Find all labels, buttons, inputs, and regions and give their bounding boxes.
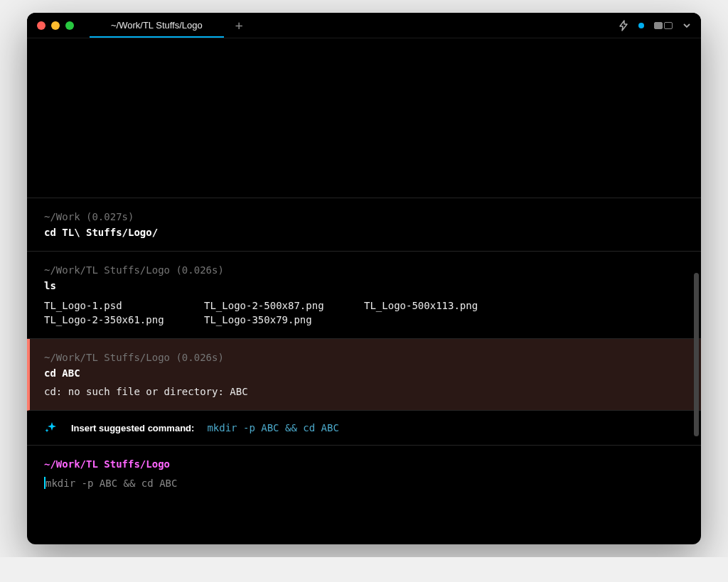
command-text: ls [44,280,684,291]
command-block[interactable]: ~/Work (0.027s) cd TL\ Stuffs/Logo/ [27,198,701,252]
ls-output: TL_Logo-1.psd TL_Logo-2-500x87.png TL_Lo… [44,300,684,325]
terminal-window: ~/Work/TL Stuffs/Logo + [27,13,701,544]
empty-output-area [27,38,701,198]
ai-suggestion[interactable]: Insert suggested command: mkdir -p ABC &… [27,411,701,446]
command-text: cd TL\ Stuffs/Logo/ [44,227,684,238]
tab-bar: ~/Work/TL Stuffs/Logo + [90,13,255,38]
command-block[interactable]: ~/Work/TL Stuffs/Logo (0.026s) ls TL_Log… [27,252,701,339]
file-name: TL_Logo-500x113.png [364,300,524,311]
maximize-button[interactable] [65,21,74,30]
suggestion-command: mkdir -p ABC && cd ABC [207,422,338,433]
command-input[interactable]: mkdir -p ABC && cd ABC [44,477,684,489]
suggestion-label: Insert suggested command: [71,423,194,433]
prompt-path: ~/Work/TL Stuffs/Logo (0.026s) [44,352,684,363]
error-block[interactable]: ~/Work/TL Stuffs/Logo (0.026s) cd ABC cd… [27,339,701,411]
current-directory: ~/Work/TL Stuffs/Logo [44,458,684,470]
chevron-down-icon[interactable] [682,21,691,30]
terminal-body: ~/Work (0.027s) cd TL\ Stuffs/Logo/ ~/Wo… [27,38,701,544]
input-block[interactable]: ~/Work/TL Stuffs/Logo mkdir -p ABC && cd… [27,446,701,502]
plus-icon: + [235,18,243,33]
tab-title: ~/Work/TL Stuffs/Logo [111,20,203,31]
file-name: TL_Logo-2-500x87.png [204,300,364,311]
status-indicator [638,23,644,28]
file-name: TL_Logo-350x79.png [204,314,364,325]
file-name: TL_Logo-2-350x61.png [44,314,204,325]
input-ghost-text: mkdir -p ABC && cd ABC [46,478,177,489]
panel-toggle[interactable] [654,22,673,29]
sparkle-icon [44,421,58,435]
bolt-icon[interactable] [619,20,628,31]
error-message: cd: no such file or directory: ABC [44,386,684,397]
prompt-path: ~/Work (0.027s) [44,211,684,222]
panel-right-icon [664,22,673,29]
tab-active[interactable]: ~/Work/TL Stuffs/Logo [90,13,224,38]
traffic-lights [37,21,74,30]
titlebar-controls [619,20,691,31]
titlebar: ~/Work/TL Stuffs/Logo + [27,13,701,38]
file-name: TL_Logo-1.psd [44,300,204,311]
prompt-path: ~/Work/TL Stuffs/Logo (0.026s) [44,264,684,276]
command-text: cd ABC [44,367,684,379]
scrollbar[interactable] [694,273,699,436]
minimize-button[interactable] [51,21,60,30]
panel-left-icon [654,22,663,29]
new-tab-button[interactable]: + [224,13,255,38]
close-button[interactable] [37,21,46,30]
